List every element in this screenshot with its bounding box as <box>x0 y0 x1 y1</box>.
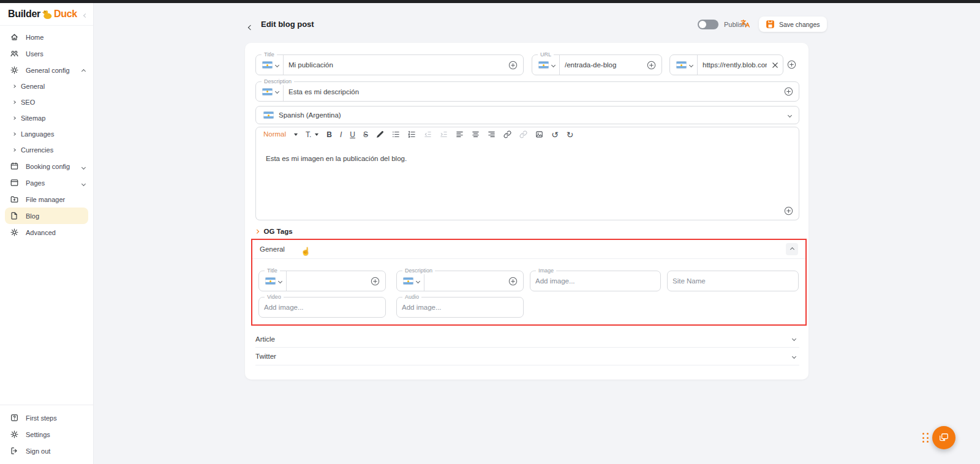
translate-icon[interactable] <box>740 18 750 29</box>
edit-blog-post-card: Title URL Description <box>245 43 809 380</box>
og-description-input[interactable] <box>424 277 508 285</box>
url-language-dropdown[interactable] <box>532 55 560 75</box>
widget-drag-handle[interactable] <box>922 433 929 443</box>
link-icon[interactable] <box>503 130 511 138</box>
argentina-flag-icon <box>263 111 274 119</box>
font-size-label: T. <box>306 131 311 138</box>
og-description-language-dropdown[interactable] <box>397 271 424 291</box>
sidebar-item-settings[interactable]: Settings <box>0 426 93 443</box>
url-input[interactable] <box>560 61 647 69</box>
editor-content[interactable]: Esta es mi imagen en la publicación del … <box>266 155 407 162</box>
og-general-title: General <box>260 245 285 253</box>
sidebar-subitem-sitemap[interactable]: Sitemap <box>0 110 93 126</box>
add-translation-icon[interactable] <box>371 277 380 286</box>
og-image-label: Image <box>536 268 556 274</box>
sidebar-item-label: Languages <box>21 130 54 138</box>
bullet-list-icon[interactable] <box>392 130 400 138</box>
indent-icon[interactable] <box>440 130 448 138</box>
sidebar-item-label: Booking config <box>26 163 70 170</box>
align-left-icon[interactable] <box>456 130 464 138</box>
og-image-field: Image <box>530 271 661 291</box>
sidebar-item-file-manager[interactable]: File manager <box>0 191 93 208</box>
font-size-dropdown[interactable]: T. <box>306 131 318 138</box>
publish-toggle[interactable] <box>698 20 718 29</box>
insert-image-icon[interactable] <box>535 130 543 138</box>
underline-button[interactable]: U <box>350 131 355 138</box>
og-description-label: Description <box>402 268 435 274</box>
sidebar-item-label: Advanced <box>26 229 56 236</box>
back-button[interactable] <box>249 21 252 32</box>
chevron-right-icon <box>12 100 16 104</box>
description-field: Description <box>255 81 799 102</box>
og-tags-expander[interactable]: OG Tags <box>255 226 293 236</box>
app-logo: Builder Duck <box>0 3 93 26</box>
pages-icon <box>9 178 19 187</box>
sidebar-collapse-button[interactable] <box>84 9 87 20</box>
add-translation-icon[interactable] <box>508 61 518 70</box>
paragraph-style-dropdown[interactable]: Normal <box>263 131 298 138</box>
rich-text-editor[interactable]: Esta es mi imagen en la publicación del … <box>255 141 799 220</box>
sidebar-item-first-steps[interactable]: First steps <box>0 410 93 426</box>
align-right-icon[interactable] <box>488 130 496 138</box>
add-translation-icon[interactable] <box>508 277 518 286</box>
sidebar-item-advanced[interactable]: Advanced <box>0 224 93 241</box>
ordered-list-icon[interactable] <box>408 130 416 138</box>
image-language-dropdown[interactable] <box>670 55 698 75</box>
sidebar-item-users[interactable]: Users <box>0 45 93 62</box>
sidebar-item-sign-out[interactable]: Sign out <box>0 443 93 459</box>
sidebar-item-label: SEO <box>21 99 35 106</box>
clear-image-icon[interactable] <box>772 62 778 69</box>
sidebar-item-booking-config[interactable]: Booking config <box>0 158 93 174</box>
og-image-input[interactable] <box>530 277 660 285</box>
chevron-down-icon <box>792 354 796 358</box>
italic-button[interactable]: I <box>340 131 342 138</box>
editor-add-translation-icon[interactable] <box>784 206 793 215</box>
add-image-translation-icon[interactable] <box>787 60 796 69</box>
og-twitter-section[interactable]: Twitter <box>255 348 799 365</box>
chevron-right-icon <box>12 84 16 88</box>
og-audio-input[interactable] <box>397 304 523 311</box>
image-url-input[interactable] <box>698 61 772 69</box>
sidebar-subitem-languages[interactable]: Languages <box>0 126 93 142</box>
folder-plus-icon <box>9 195 19 204</box>
save-changes-button[interactable]: Save changes <box>759 17 827 32</box>
bold-button[interactable]: B <box>326 131 332 138</box>
chevron-down-icon <box>792 337 796 341</box>
sidebar-item-home[interactable]: Home <box>0 29 93 45</box>
og-article-section[interactable]: Article <box>255 331 799 348</box>
og-video-input[interactable] <box>259 304 385 311</box>
unlink-icon[interactable] <box>519 130 527 138</box>
og-site-name-field <box>667 271 799 291</box>
outdent-icon[interactable] <box>424 130 432 138</box>
add-translation-icon[interactable] <box>647 61 656 70</box>
og-tags-label: OG Tags <box>264 228 293 235</box>
chevron-right-icon <box>12 132 16 136</box>
add-translation-icon[interactable] <box>784 87 793 96</box>
content-language-select[interactable]: Spanish (Argentina) <box>255 106 799 124</box>
calendar-icon <box>9 162 19 171</box>
align-center-icon[interactable] <box>472 130 480 138</box>
sidebar-item-blog[interactable]: Blog <box>5 208 88 224</box>
strikethrough-button[interactable]: S <box>363 131 368 138</box>
sidebar-subitem-currencies[interactable]: Currencies <box>0 142 93 158</box>
og-title-language-dropdown[interactable] <box>259 271 287 291</box>
chat-widget-button[interactable] <box>932 426 956 449</box>
title-language-dropdown[interactable] <box>256 55 284 75</box>
og-title-input[interactable] <box>287 277 371 285</box>
sidebar-subitem-seo[interactable]: SEO <box>0 94 93 110</box>
undo-icon[interactable]: ↺ <box>551 130 559 139</box>
sidebar-item-general-config[interactable]: General config <box>0 62 93 78</box>
og-site-name-input[interactable] <box>668 277 798 285</box>
title-input[interactable] <box>284 61 508 69</box>
text-color-pen-icon[interactable] <box>376 130 384 138</box>
redo-icon[interactable]: ↻ <box>567 130 574 139</box>
sidebar-item-pages[interactable]: Pages <box>0 174 93 191</box>
brand-text-builder: Builder <box>8 9 40 20</box>
description-input[interactable] <box>284 88 784 95</box>
collapse-section-button[interactable] <box>786 243 798 255</box>
sidebar-item-label: Sign out <box>26 447 50 455</box>
og-general-header[interactable]: General ☝ <box>252 240 805 259</box>
sidebar-subitem-general[interactable]: General <box>0 78 93 94</box>
description-field-label: Description <box>262 78 294 85</box>
sidebar-item-label: Home <box>26 34 43 41</box>
